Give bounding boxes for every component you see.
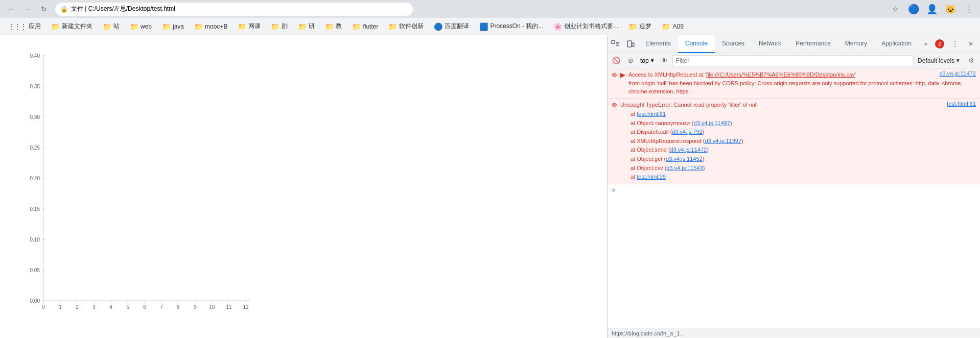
svg-rect-45 [612,40,615,43]
tab-network[interactable]: Network [752,35,788,53]
bookmark-zhuimeng[interactable]: 📁 追梦 [624,20,656,33]
tab-overflow-button[interactable]: » [919,35,933,53]
bookmark-label: 剧 [282,22,288,31]
bookmark-zhan[interactable]: 📁 站 [99,20,124,33]
inspect-element-button[interactable] [608,35,623,53]
console-eye-button[interactable]: 👁 [658,54,671,67]
processon-icon: 🟦 [479,22,488,31]
bookmark-label: flutter [363,23,378,30]
console-context-selector[interactable]: top ▼ [638,57,657,64]
stack-link-2[interactable]: d3.v4.js:11497 [694,120,731,126]
stack-line-5: at Object.send (d3.v4.js:11472) [620,146,976,155]
folder-icon: 📁 [51,22,60,31]
svg-text:7: 7 [160,304,163,310]
expand-arrow-icon[interactable]: ▶ [620,71,625,96]
menu-icon[interactable]: ⋮ [962,2,976,16]
cors-file-link[interactable]: file:///C:/Users/%E5%B7%A6%E6%80%9D/Desk… [706,71,855,78]
title-bar: ← → ↻ 🔒 文件 | C:/Users/左思/Desktop/test.ht… [0,0,980,18]
svg-text:0.25: 0.25 [30,145,40,151]
bookmark-ruanjian[interactable]: 📁 软件创新 [384,20,428,33]
error-source-link-2[interactable]: test.html:61 [947,101,976,107]
bookmark-a09[interactable]: 📁 A09 [658,20,687,33]
devtools-close-button[interactable]: ✕ [964,35,978,53]
tab-elements[interactable]: Elements [638,35,678,53]
error-count-badge[interactable]: 2 [935,39,944,49]
bookmark-label: A09 [672,23,683,30]
svg-text:8: 8 [177,304,180,310]
stack-line-6: at Object.get (d3.v4.js:11452) [620,155,976,164]
bookmark-label: 百度翻译 [445,22,469,31]
bookmark-label: web [141,23,152,30]
console-toolbar: 🚫 ⊘ top ▼ 👁 Default levels ▼ ⚙ [608,53,980,68]
bookmark-java[interactable]: 📁 java [158,20,188,33]
bookmark-label: 站 [113,22,120,31]
bookmark-wangke[interactable]: 📁 网课 [234,20,265,33]
bookmark-yan[interactable]: 📁 研 [294,20,319,33]
profile-icon-2[interactable]: 👤 [925,2,939,16]
console-levels-selector[interactable]: Default levels ▼ [915,57,964,64]
error-message-body: Access to XMLHttpRequest at 'file:///C:/… [628,70,976,96]
console-filter-toggle[interactable]: ⊘ [624,54,637,67]
tab-application[interactable]: Application [874,35,919,53]
bookmark-apps[interactable]: ⋮⋮⋮ 应用 [4,20,45,33]
bookmark-star-icon[interactable]: ☆ [888,2,902,16]
svg-text:5: 5 [126,304,129,310]
console-clear-button[interactable]: 🚫 [610,54,623,67]
stack-link-3[interactable]: d3.v4.js:792 [672,129,702,135]
console-settings-button[interactable]: ⚙ [965,54,978,67]
bookmark-jiao[interactable]: 📁 教 [321,20,346,33]
svg-text:0: 0 [42,304,45,310]
svg-text:0.35: 0.35 [30,84,40,89]
folder-icon: 📁 [352,22,361,31]
bookmark-chuangye[interactable]: 🌸 创业计划书格式要... [549,20,622,33]
profile-icon-3[interactable]: 🐱 [943,2,958,16]
levels-dropdown-icon: ▼ [955,58,961,63]
devtools-header: Elements Console Sources Network Perform… [608,35,980,53]
tab-memory[interactable]: Memory [838,35,874,53]
bookmark-flutter[interactable]: 📁 flutter [348,20,382,33]
stack-link-7[interactable]: d3.v4.js:11543 [666,165,703,171]
devtools-menu-button[interactable]: ⋮ [947,35,963,53]
console-filter-input[interactable] [672,55,914,66]
chuangye-icon: 🌸 [553,22,562,31]
stack-link-5[interactable]: d3.v4.js:11472 [670,147,707,153]
stack-link-4[interactable]: d3.v4.js:11397 [705,138,742,144]
tab-console[interactable]: Console [678,35,715,53]
stack-line-8: at test.html:29 [620,173,976,182]
stack-link-1[interactable]: test.html:61 [637,111,666,117]
reload-button[interactable]: ↻ [37,2,51,16]
back-button[interactable]: ← [4,2,18,16]
folder-icon: 📁 [662,22,670,31]
folder-icon: 📁 [130,22,138,31]
bookmark-web[interactable]: 📁 web [126,20,156,33]
main-area: 0.40 0.35 0.30 0.25 0.20 0.15 0.10 0.05 [0,35,980,338]
status-url: https://blog.csdn.cn/th_js_1... [612,330,684,336]
svg-text:4: 4 [109,304,112,310]
console-input[interactable] [619,186,976,194]
bookmark-ju[interactable]: 📁 剧 [267,20,292,33]
address-bar[interactable]: 🔒 文件 | C:/Users/左思/Desktop/test.html [55,3,413,16]
tab-performance[interactable]: Performance [788,35,838,53]
svg-text:0.00: 0.00 [30,298,40,304]
stack-link-6[interactable]: d3.v4.js:11452 [666,156,703,162]
forward-button[interactable]: → [20,2,35,16]
dropdown-icon: ▼ [650,58,655,63]
bookmark-baidu[interactable]: 🔵 百度翻译 [430,20,473,33]
svg-text:0.15: 0.15 [30,206,40,212]
address-text: 文件 | C:/Users/左思/Desktop/test.html [71,5,175,13]
error-source-link-1[interactable]: d3.v4.js:11472 [939,70,976,77]
browser-frame: ← → ↻ 🔒 文件 | C:/Users/左思/Desktop/test.ht… [0,0,980,338]
stack-line-2: at Object.<anonymous> (d3.v4.js:11497) [620,119,976,128]
bookmark-mooc[interactable]: 📁 mooc+B [190,20,231,33]
device-toggle-button[interactable] [623,35,638,53]
folder-icon: 📁 [238,22,246,31]
stack-link-8[interactable]: test.html:29 [637,174,666,180]
svg-text:1: 1 [59,304,62,310]
stack-line-3: at Dispatch.call (d3.v4.js:792) [620,128,976,137]
folder-icon: 📁 [628,22,637,31]
bookmark-processon[interactable]: 🟦 ProcessOn - 我的... [475,20,547,33]
profile-icon-1[interactable]: 🔵 [906,2,921,16]
bookmark-new-folder[interactable]: 📁 新建文件夹 [47,20,97,33]
tab-sources[interactable]: Sources [715,35,752,53]
bookmark-label: 网课 [248,22,261,31]
